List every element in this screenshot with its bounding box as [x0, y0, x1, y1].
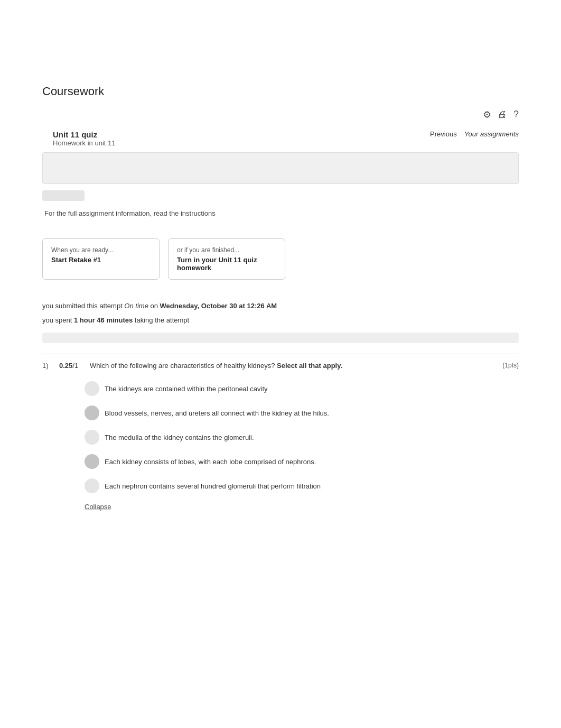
page-title: Coursework: [42, 85, 519, 98]
your-assignments-nav[interactable]: Your assignments: [464, 130, 519, 138]
option-circle-4: [85, 454, 99, 469]
help-icon[interactable]: ?: [513, 109, 519, 121]
answer-option-4: Each kidney consists of lobes, with each…: [85, 454, 519, 469]
blurred-bar: [42, 190, 85, 201]
assignment-subtitle: Homework in unit 11: [53, 139, 116, 147]
print-icon[interactable]: 🖨: [498, 109, 507, 121]
question-number: 1): [42, 361, 55, 370]
start-retake-button[interactable]: Start Retake #1: [51, 256, 151, 264]
submission-time: you spent 1 hour 46 minutes taking the a…: [42, 315, 519, 326]
start-retake-label: When you are ready...: [51, 246, 151, 254]
answer-text-3: The medulla of the kidney contains the g…: [105, 434, 254, 441]
turn-in-button[interactable]: Turn in your Unit 11 quiz homework: [177, 256, 276, 272]
answer-text-4: Each kidney consists of lobes, with each…: [105, 458, 316, 466]
assignment-title: Unit 11 quiz: [53, 130, 116, 139]
collapse-link[interactable]: Collapse: [85, 503, 519, 511]
answer-option-1: The kidneys are contained within the per…: [85, 381, 519, 396]
gear-icon[interactable]: ⚙: [483, 109, 491, 121]
answer-text-2: Blood vessels, nerves, and ureters all c…: [105, 409, 329, 417]
question-score: 0.25/1: [59, 361, 86, 370]
question-row: 1) 0.25/1 Which of the following are cha…: [42, 361, 519, 371]
toolbar: ⚙ 🖨 ?: [42, 109, 519, 121]
assignment-nav: Previous Your assignments: [430, 130, 519, 138]
score-value: 0.25: [59, 362, 72, 370]
option-circle-3: [85, 430, 99, 445]
turn-in-label: or if you are finished...: [177, 246, 276, 254]
section-divider: [42, 354, 519, 354]
previous-nav[interactable]: Previous: [430, 130, 457, 138]
assignment-header: Unit 11 quiz Homework in unit 11 Previou…: [42, 126, 519, 152]
action-cards: When you are ready... Start Retake #1 or…: [42, 238, 285, 280]
question-text: Which of the following are characteristi…: [90, 361, 493, 371]
answer-option-3: The medulla of the kidney contains the g…: [85, 430, 519, 445]
start-retake-card: When you are ready... Start Retake #1: [42, 238, 160, 280]
answer-option-2: Blood vessels, nerves, and ureters all c…: [85, 406, 519, 420]
content-placeholder-box: [42, 152, 519, 184]
option-circle-2: [85, 406, 99, 420]
answer-text-1: The kidneys are contained within the per…: [105, 385, 268, 393]
option-circle-1: [85, 381, 99, 396]
question-pts: (1pts): [498, 361, 519, 369]
option-circle-5: [85, 478, 99, 493]
submission-info: you submitted this attempt On time on We…: [42, 301, 519, 312]
answer-option-5: Each nephron contains several hundred gl…: [85, 478, 519, 493]
turn-in-card: or if you are finished... Turn in your U…: [168, 238, 285, 280]
score-denom: /1: [72, 362, 78, 370]
grade-bar: [42, 333, 519, 343]
answer-text-5: Each nephron contains several hundred gl…: [105, 482, 321, 490]
answer-options: The kidneys are contained within the per…: [85, 381, 519, 493]
instructions-text: For the full assignment information, rea…: [42, 209, 519, 217]
